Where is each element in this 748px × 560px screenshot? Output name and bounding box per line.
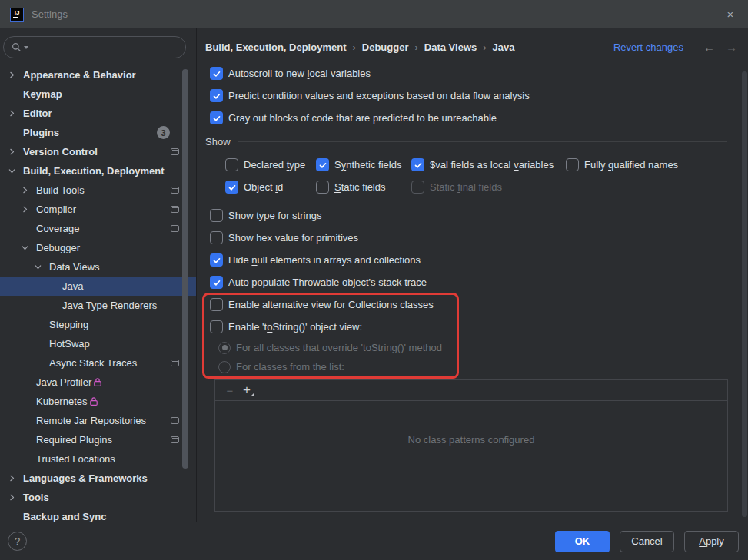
forward-arrow-icon[interactable]: → [726,41,737,53]
sidebar-item-languages-frameworks[interactable]: Languages & Frameworks [0,469,196,488]
checkbox-unchecked[interactable] [210,231,223,244]
option-val-fields-as-local-variables[interactable]: $val fields as local variables [411,158,566,171]
search-box[interactable] [3,36,186,58]
checkbox-label: Declared type [244,159,305,171]
checkbox-checked[interactable] [210,67,223,80]
chevron-right-icon[interactable] [21,205,36,214]
radio-selected[interactable] [218,342,231,354]
remove-pattern-button[interactable]: − [221,382,238,399]
radio-unselected[interactable] [218,361,231,373]
sidebar-item-plugins[interactable]: Plugins3 [0,123,196,142]
sidebar-item-stepping[interactable]: Stepping [0,315,196,334]
sidebar-item-required-plugins[interactable]: Required Plugins [0,430,196,449]
sidebar-item-build-tools[interactable]: Build Tools [0,181,196,200]
checkbox-checked[interactable] [411,158,424,171]
sidebar-item-async-stack-traces[interactable]: Async Stack Traces [0,353,196,373]
checkbox-label: Predict condition values and exceptions … [228,90,530,101]
chevron-down-icon[interactable] [34,263,49,271]
checkbox-unchecked[interactable] [316,181,329,194]
option-synthetic-fields[interactable]: Synthetic fields [316,158,411,171]
sidebar-item-java[interactable]: Java [0,277,196,296]
option-fully-qualified-names[interactable]: Fully qualified names [566,158,678,171]
close-button[interactable]: × [713,0,748,28]
revert-changes-link[interactable]: Revert changes [613,41,683,53]
sidebar-item-java-type-renderers[interactable]: Java Type Renderers [0,296,196,315]
search-options-caret-icon[interactable] [24,46,28,49]
sidebar-scrollbar-thumb[interactable] [182,69,188,469]
label-fragment: d [278,181,283,193]
cancel-button[interactable]: Cancel [620,531,674,552]
sidebar-item-version-control[interactable]: Version Control [0,142,196,161]
chevron-right-icon[interactable] [8,71,23,79]
chevron-right-icon[interactable] [21,186,36,194]
breadcrumb-separator: › [483,41,486,53]
checkbox-unchecked[interactable] [566,158,579,171]
chevron-right-icon[interactable] [8,109,23,118]
option-object-id[interactable]: Object id [225,181,316,194]
ok-button[interactable]: OK [555,531,610,552]
chevron-down-icon[interactable] [8,167,23,175]
checkbox-checked[interactable] [316,158,329,171]
checkmark-icon [212,69,221,78]
checkbox-unchecked[interactable] [225,158,238,171]
option-declared-type[interactable]: Declared type [225,158,316,171]
option-static-fields[interactable]: Static fields [316,181,411,194]
checkbox-checked[interactable] [210,111,223,124]
option-static-final-fields[interactable]: Static final fields [411,181,566,194]
checkbox-checked[interactable] [210,253,223,267]
option-show-hex-value-for-primitives[interactable]: Show hex value for primitives [198,227,748,249]
content-scrollbar-thumb[interactable] [742,71,747,517]
sidebar-item-build-execution-deployment[interactable]: Build, Execution, Deployment [0,161,196,181]
add-pattern-button[interactable]: + [238,382,255,399]
breadcrumb-item-java[interactable]: Java [493,41,515,53]
sidebar-item-appearance-behavior[interactable]: Appearance & Behavior [0,65,196,84]
sidebar-item-label: Coverage [36,223,79,234]
option-gray-out-blocks-of-code-that-are-predicted-to-be-unreachable[interactable]: Gray out blocks of code that are predict… [198,107,748,129]
sidebar-item-coverage[interactable]: Coverage [0,219,196,238]
label-fragment: Gray out blocks of code that are predict… [228,112,497,124]
checkbox-checked[interactable] [210,276,223,289]
patterns-toolbar: − + [215,380,727,401]
checkbox-unchecked[interactable] [411,181,424,194]
checkmark-icon [228,183,237,192]
chevron-right-icon[interactable] [8,147,23,156]
search-input[interactable] [33,41,178,54]
option-auto-populate-throwable-object-s-stack-trace[interactable]: Auto populate Throwable object's stack t… [198,271,748,293]
sidebar-item-tools[interactable]: Tools [0,488,196,507]
sidebar-item-hotswap[interactable]: HotSwap [0,334,196,353]
option-hide-null-elements-in-arrays-and-collections[interactable]: Hide null elements in arrays and collect… [198,249,748,271]
checkbox-unchecked[interactable] [210,320,223,333]
breadcrumb-item-data-views[interactable]: Data Views [424,41,477,53]
label-fragment: tatic fields [341,181,386,193]
option-enable-alternative-view-for-collections-classes[interactable]: Enable alternative view for Collections … [198,293,748,316]
class-patterns-table[interactable]: − + No class patterns configured [214,379,728,512]
option-autoscroll-to-new-local-variables[interactable]: Autoscroll to new local variables [198,62,748,84]
back-arrow-icon[interactable]: ← [703,41,715,53]
sidebar-item-compiler[interactable]: Compiler [0,200,196,219]
chevron-right-icon[interactable] [8,474,23,482]
checkbox-label: Object id [244,181,283,193]
chevron-down-icon[interactable] [21,244,36,252]
sidebar-item-kubernetes[interactable]: Kubernetes [0,392,196,411]
sidebar-item-editor[interactable]: Editor [0,104,196,123]
checkbox-unchecked[interactable] [210,209,223,222]
sidebar-item-debugger[interactable]: Debugger [0,238,196,257]
chevron-right-icon[interactable] [8,493,23,502]
sidebar-item-java-profiler[interactable]: Java Profiler [0,373,196,392]
option-show-type-for-strings[interactable]: Show type for strings [198,204,748,227]
checkbox-checked[interactable] [225,181,238,194]
sidebar-item-data-views[interactable]: Data Views [0,257,196,277]
apply-button[interactable]: Apply [684,531,739,552]
radio-for-all-classes-that-override-tostring-method[interactable]: For all classes that override 'toString(… [198,338,748,357]
sidebar-item-trusted-locations[interactable]: Trusted Locations [0,449,196,469]
help-button[interactable]: ? [8,532,27,551]
sidebar-item-keymap[interactable]: Keymap [0,84,196,104]
checkbox-checked[interactable] [210,89,223,102]
breadcrumb-item-build-execution-deployment[interactable]: Build, Execution, Deployment [205,41,346,53]
sidebar-item-remote-jar-repositories[interactable]: Remote Jar Repositories [0,411,196,430]
option-enable-tostring-object-view[interactable]: Enable 'toString()' object view: [198,316,748,338]
checkbox-unchecked[interactable] [210,298,223,311]
radio-for-classes-from-the-list[interactable]: For classes from the list: [198,357,748,376]
breadcrumb-item-debugger[interactable]: Debugger [362,41,409,53]
option-predict-condition-values-and-exceptions-based-on-data-flow-analysis[interactable]: Predict condition values and exceptions … [198,84,748,107]
